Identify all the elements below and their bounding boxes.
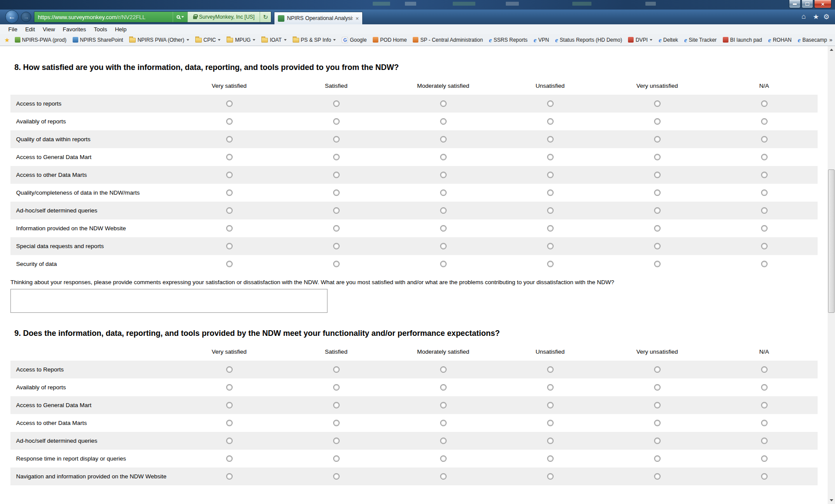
radio-button[interactable]	[547, 207, 554, 214]
radio-button[interactable]	[654, 118, 661, 125]
radio-button[interactable]	[547, 225, 554, 232]
radio-button[interactable]	[654, 438, 661, 444]
radio-button[interactable]	[761, 473, 768, 480]
security-badge[interactable]: SurveyMonkey, Inc [US]	[187, 12, 260, 22]
radio-button[interactable]	[440, 473, 447, 480]
radio-button[interactable]	[761, 189, 768, 196]
radio-button[interactable]	[654, 261, 661, 267]
radio-button[interactable]	[226, 455, 233, 462]
radio-button[interactable]	[654, 384, 661, 391]
radio-button[interactable]	[226, 189, 233, 196]
radio-button[interactable]	[333, 438, 340, 444]
radio-button[interactable]	[440, 189, 447, 196]
radio-button[interactable]	[440, 243, 447, 249]
favorites-item[interactable]: eSite Tracker	[681, 34, 720, 46]
favorites-item[interactable]: POD Home	[370, 34, 410, 46]
menu-tools[interactable]: Tools	[90, 26, 111, 33]
radio-button[interactable]	[547, 384, 554, 391]
radio-button[interactable]	[440, 402, 447, 408]
scrollbar-thumb[interactable]	[828, 169, 835, 313]
radio-button[interactable]	[440, 172, 447, 178]
radio-button[interactable]	[333, 136, 340, 143]
radio-button[interactable]	[761, 366, 768, 373]
maximize-button[interactable]	[802, 0, 813, 8]
radio-button[interactable]	[547, 100, 554, 107]
radio-button[interactable]	[333, 189, 340, 196]
menu-help[interactable]: Help	[111, 26, 130, 33]
tools-button[interactable]: ⚙	[823, 13, 829, 21]
radio-button[interactable]	[226, 207, 233, 214]
radio-button[interactable]	[440, 118, 447, 125]
radio-button[interactable]	[440, 420, 447, 426]
radio-button[interactable]	[333, 118, 340, 125]
url-field[interactable]: https://www.surveymonkey.com/r/NV22FLL	[34, 12, 173, 22]
radio-button[interactable]	[761, 225, 768, 232]
menu-favorites[interactable]: Favorites	[59, 26, 90, 33]
radio-button[interactable]	[226, 261, 233, 267]
radio-button[interactable]	[654, 366, 661, 373]
radio-button[interactable]	[333, 402, 340, 408]
menu-file[interactable]: File	[4, 26, 21, 33]
radio-button[interactable]	[654, 225, 661, 232]
radio-button[interactable]	[226, 438, 233, 444]
favorites-item[interactable]: eBasecamp	[795, 34, 830, 46]
radio-button[interactable]	[547, 366, 554, 373]
radio-button[interactable]	[761, 100, 768, 107]
radio-button[interactable]	[654, 473, 661, 480]
radio-button[interactable]	[226, 172, 233, 178]
radio-button[interactable]	[547, 189, 554, 196]
radio-button[interactable]	[547, 136, 554, 143]
radio-button[interactable]	[226, 366, 233, 373]
search-dropdown-button[interactable]	[173, 12, 187, 22]
home-button[interactable]: ⌂	[802, 13, 806, 20]
radio-button[interactable]	[761, 172, 768, 178]
scroll-up-button[interactable]	[828, 46, 835, 53]
radio-button[interactable]	[440, 136, 447, 143]
favorites-item[interactable]: PS & SP Info	[290, 34, 339, 46]
radio-button[interactable]	[333, 100, 340, 107]
radio-button[interactable]	[654, 243, 661, 249]
radio-button[interactable]	[226, 136, 233, 143]
radio-button[interactable]	[333, 261, 340, 267]
radio-button[interactable]	[654, 207, 661, 214]
add-favorite-button[interactable]: ★	[4, 36, 10, 43]
favorites-item[interactable]: eStatus Reports (HD Demo)	[552, 34, 625, 46]
radio-button[interactable]	[226, 402, 233, 408]
back-button[interactable]: ←	[5, 10, 19, 23]
favorites-item[interactable]: eROHAN	[765, 34, 795, 46]
radio-button[interactable]	[440, 438, 447, 444]
forward-button[interactable]: →	[21, 12, 31, 22]
browser-tab[interactable]: NPIRS Operational Analysis ... ×	[274, 12, 363, 24]
favorites-item[interactable]: NPIRS PWA (Other)	[126, 34, 192, 46]
radio-button[interactable]	[761, 154, 768, 160]
radio-button[interactable]	[333, 207, 340, 214]
refresh-button[interactable]: ↻	[260, 12, 271, 22]
radio-button[interactable]	[654, 420, 661, 426]
tab-close-button[interactable]: ×	[355, 15, 359, 22]
radio-button[interactable]	[761, 261, 768, 267]
favorites-item[interactable]: eVPN	[531, 34, 552, 46]
favorites-item[interactable]: DVPI	[625, 34, 655, 46]
favorites-item[interactable]: BI launch pad	[720, 34, 765, 46]
radio-button[interactable]	[761, 455, 768, 462]
radio-button[interactable]	[226, 154, 233, 160]
minimize-button[interactable]	[789, 0, 801, 8]
menu-edit[interactable]: Edit	[21, 26, 39, 33]
radio-button[interactable]	[440, 100, 447, 107]
radio-button[interactable]	[761, 384, 768, 391]
radio-button[interactable]	[654, 100, 661, 107]
close-button[interactable]: ×	[814, 0, 832, 8]
radio-button[interactable]	[333, 225, 340, 232]
radio-button[interactable]	[547, 438, 554, 444]
radio-button[interactable]	[333, 154, 340, 160]
radio-button[interactable]	[440, 261, 447, 267]
radio-button[interactable]	[333, 384, 340, 391]
radio-button[interactable]	[547, 172, 554, 178]
radio-button[interactable]	[333, 366, 340, 373]
radio-button[interactable]	[333, 243, 340, 249]
vertical-scrollbar[interactable]	[828, 46, 835, 504]
radio-button[interactable]	[440, 207, 447, 214]
radio-button[interactable]	[654, 189, 661, 196]
radio-button[interactable]	[761, 207, 768, 214]
comment-textarea[interactable]	[10, 289, 327, 313]
